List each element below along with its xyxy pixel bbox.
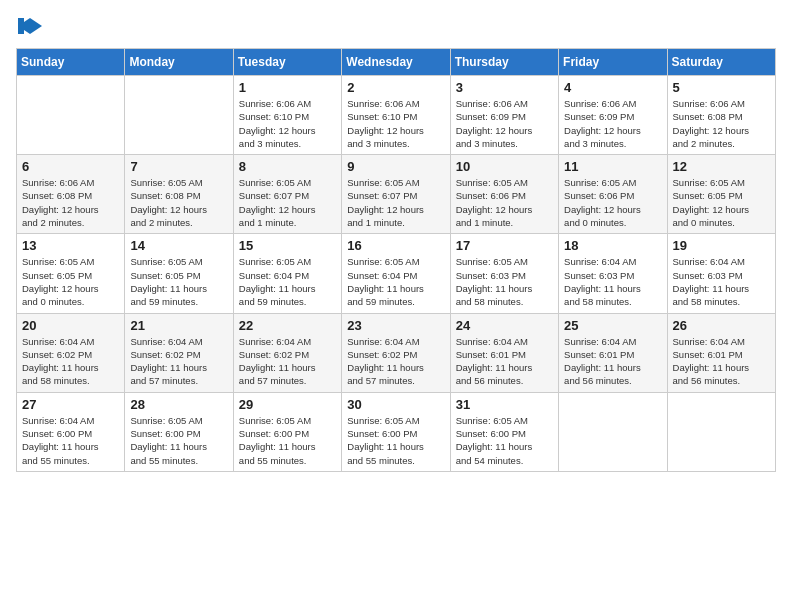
day-info: Sunrise: 6:06 AMSunset: 6:10 PMDaylight:… bbox=[347, 97, 444, 150]
day-number: 18 bbox=[564, 238, 661, 253]
calendar-cell bbox=[559, 392, 667, 471]
day-number: 16 bbox=[347, 238, 444, 253]
day-number: 31 bbox=[456, 397, 553, 412]
day-info: Sunrise: 6:05 AMSunset: 6:03 PMDaylight:… bbox=[456, 255, 553, 308]
col-header-saturday: Saturday bbox=[667, 49, 775, 76]
day-info: Sunrise: 6:05 AMSunset: 6:06 PMDaylight:… bbox=[564, 176, 661, 229]
day-number: 17 bbox=[456, 238, 553, 253]
calendar-cell: 6Sunrise: 6:06 AMSunset: 6:08 PMDaylight… bbox=[17, 155, 125, 234]
calendar-header-row: SundayMondayTuesdayWednesdayThursdayFrid… bbox=[17, 49, 776, 76]
calendar-cell: 15Sunrise: 6:05 AMSunset: 6:04 PMDayligh… bbox=[233, 234, 341, 313]
day-number: 21 bbox=[130, 318, 227, 333]
day-number: 9 bbox=[347, 159, 444, 174]
day-info: Sunrise: 6:05 AMSunset: 6:04 PMDaylight:… bbox=[239, 255, 336, 308]
col-header-thursday: Thursday bbox=[450, 49, 558, 76]
calendar-week-row: 20Sunrise: 6:04 AMSunset: 6:02 PMDayligh… bbox=[17, 313, 776, 392]
calendar-cell: 5Sunrise: 6:06 AMSunset: 6:08 PMDaylight… bbox=[667, 76, 775, 155]
calendar-week-row: 13Sunrise: 6:05 AMSunset: 6:05 PMDayligh… bbox=[17, 234, 776, 313]
calendar-cell: 3Sunrise: 6:06 AMSunset: 6:09 PMDaylight… bbox=[450, 76, 558, 155]
day-info: Sunrise: 6:04 AMSunset: 6:02 PMDaylight:… bbox=[347, 335, 444, 388]
day-info: Sunrise: 6:04 AMSunset: 6:02 PMDaylight:… bbox=[130, 335, 227, 388]
day-number: 22 bbox=[239, 318, 336, 333]
day-number: 3 bbox=[456, 80, 553, 95]
day-info: Sunrise: 6:05 AMSunset: 6:00 PMDaylight:… bbox=[456, 414, 553, 467]
day-number: 13 bbox=[22, 238, 119, 253]
calendar-week-row: 1Sunrise: 6:06 AMSunset: 6:10 PMDaylight… bbox=[17, 76, 776, 155]
day-info: Sunrise: 6:05 AMSunset: 6:06 PMDaylight:… bbox=[456, 176, 553, 229]
day-info: Sunrise: 6:06 AMSunset: 6:10 PMDaylight:… bbox=[239, 97, 336, 150]
calendar-cell: 8Sunrise: 6:05 AMSunset: 6:07 PMDaylight… bbox=[233, 155, 341, 234]
calendar-cell: 9Sunrise: 6:05 AMSunset: 6:07 PMDaylight… bbox=[342, 155, 450, 234]
col-header-sunday: Sunday bbox=[17, 49, 125, 76]
day-info: Sunrise: 6:05 AMSunset: 6:05 PMDaylight:… bbox=[130, 255, 227, 308]
col-header-monday: Monday bbox=[125, 49, 233, 76]
calendar-cell: 7Sunrise: 6:05 AMSunset: 6:08 PMDaylight… bbox=[125, 155, 233, 234]
day-info: Sunrise: 6:06 AMSunset: 6:09 PMDaylight:… bbox=[564, 97, 661, 150]
day-number: 24 bbox=[456, 318, 553, 333]
day-info: Sunrise: 6:06 AMSunset: 6:08 PMDaylight:… bbox=[673, 97, 770, 150]
day-info: Sunrise: 6:04 AMSunset: 6:02 PMDaylight:… bbox=[239, 335, 336, 388]
day-number: 1 bbox=[239, 80, 336, 95]
calendar-table: SundayMondayTuesdayWednesdayThursdayFrid… bbox=[16, 48, 776, 472]
col-header-tuesday: Tuesday bbox=[233, 49, 341, 76]
col-header-friday: Friday bbox=[559, 49, 667, 76]
calendar-cell: 16Sunrise: 6:05 AMSunset: 6:04 PMDayligh… bbox=[342, 234, 450, 313]
day-number: 2 bbox=[347, 80, 444, 95]
day-number: 6 bbox=[22, 159, 119, 174]
calendar-cell: 20Sunrise: 6:04 AMSunset: 6:02 PMDayligh… bbox=[17, 313, 125, 392]
calendar-week-row: 27Sunrise: 6:04 AMSunset: 6:00 PMDayligh… bbox=[17, 392, 776, 471]
calendar-cell: 14Sunrise: 6:05 AMSunset: 6:05 PMDayligh… bbox=[125, 234, 233, 313]
calendar-cell: 17Sunrise: 6:05 AMSunset: 6:03 PMDayligh… bbox=[450, 234, 558, 313]
calendar-cell: 13Sunrise: 6:05 AMSunset: 6:05 PMDayligh… bbox=[17, 234, 125, 313]
logo-icon bbox=[16, 16, 44, 36]
day-info: Sunrise: 6:04 AMSunset: 6:03 PMDaylight:… bbox=[673, 255, 770, 308]
day-info: Sunrise: 6:04 AMSunset: 6:01 PMDaylight:… bbox=[456, 335, 553, 388]
calendar-cell: 22Sunrise: 6:04 AMSunset: 6:02 PMDayligh… bbox=[233, 313, 341, 392]
day-info: Sunrise: 6:06 AMSunset: 6:08 PMDaylight:… bbox=[22, 176, 119, 229]
day-number: 12 bbox=[673, 159, 770, 174]
calendar-cell bbox=[125, 76, 233, 155]
day-number: 23 bbox=[347, 318, 444, 333]
day-info: Sunrise: 6:04 AMSunset: 6:02 PMDaylight:… bbox=[22, 335, 119, 388]
calendar-cell: 1Sunrise: 6:06 AMSunset: 6:10 PMDaylight… bbox=[233, 76, 341, 155]
day-info: Sunrise: 6:05 AMSunset: 6:08 PMDaylight:… bbox=[130, 176, 227, 229]
calendar-cell: 19Sunrise: 6:04 AMSunset: 6:03 PMDayligh… bbox=[667, 234, 775, 313]
day-number: 14 bbox=[130, 238, 227, 253]
day-info: Sunrise: 6:05 AMSunset: 6:00 PMDaylight:… bbox=[347, 414, 444, 467]
calendar-cell: 26Sunrise: 6:04 AMSunset: 6:01 PMDayligh… bbox=[667, 313, 775, 392]
calendar-cell: 24Sunrise: 6:04 AMSunset: 6:01 PMDayligh… bbox=[450, 313, 558, 392]
day-number: 20 bbox=[22, 318, 119, 333]
day-info: Sunrise: 6:04 AMSunset: 6:01 PMDaylight:… bbox=[564, 335, 661, 388]
day-number: 29 bbox=[239, 397, 336, 412]
day-info: Sunrise: 6:05 AMSunset: 6:05 PMDaylight:… bbox=[22, 255, 119, 308]
calendar-cell: 27Sunrise: 6:04 AMSunset: 6:00 PMDayligh… bbox=[17, 392, 125, 471]
day-number: 8 bbox=[239, 159, 336, 174]
day-number: 30 bbox=[347, 397, 444, 412]
day-number: 11 bbox=[564, 159, 661, 174]
day-info: Sunrise: 6:05 AMSunset: 6:07 PMDaylight:… bbox=[239, 176, 336, 229]
calendar-cell: 25Sunrise: 6:04 AMSunset: 6:01 PMDayligh… bbox=[559, 313, 667, 392]
calendar-cell: 21Sunrise: 6:04 AMSunset: 6:02 PMDayligh… bbox=[125, 313, 233, 392]
day-info: Sunrise: 6:05 AMSunset: 6:04 PMDaylight:… bbox=[347, 255, 444, 308]
page-header bbox=[16, 16, 776, 36]
day-info: Sunrise: 6:05 AMSunset: 6:05 PMDaylight:… bbox=[673, 176, 770, 229]
day-info: Sunrise: 6:04 AMSunset: 6:03 PMDaylight:… bbox=[564, 255, 661, 308]
day-info: Sunrise: 6:05 AMSunset: 6:07 PMDaylight:… bbox=[347, 176, 444, 229]
logo bbox=[16, 16, 48, 36]
day-info: Sunrise: 6:06 AMSunset: 6:09 PMDaylight:… bbox=[456, 97, 553, 150]
calendar-cell: 23Sunrise: 6:04 AMSunset: 6:02 PMDayligh… bbox=[342, 313, 450, 392]
day-number: 27 bbox=[22, 397, 119, 412]
calendar-cell: 11Sunrise: 6:05 AMSunset: 6:06 PMDayligh… bbox=[559, 155, 667, 234]
calendar-cell bbox=[667, 392, 775, 471]
calendar-cell bbox=[17, 76, 125, 155]
calendar-cell: 10Sunrise: 6:05 AMSunset: 6:06 PMDayligh… bbox=[450, 155, 558, 234]
day-number: 10 bbox=[456, 159, 553, 174]
day-number: 19 bbox=[673, 238, 770, 253]
calendar-week-row: 6Sunrise: 6:06 AMSunset: 6:08 PMDaylight… bbox=[17, 155, 776, 234]
col-header-wednesday: Wednesday bbox=[342, 49, 450, 76]
day-info: Sunrise: 6:05 AMSunset: 6:00 PMDaylight:… bbox=[239, 414, 336, 467]
day-info: Sunrise: 6:04 AMSunset: 6:00 PMDaylight:… bbox=[22, 414, 119, 467]
day-number: 26 bbox=[673, 318, 770, 333]
calendar-cell: 18Sunrise: 6:04 AMSunset: 6:03 PMDayligh… bbox=[559, 234, 667, 313]
day-number: 28 bbox=[130, 397, 227, 412]
